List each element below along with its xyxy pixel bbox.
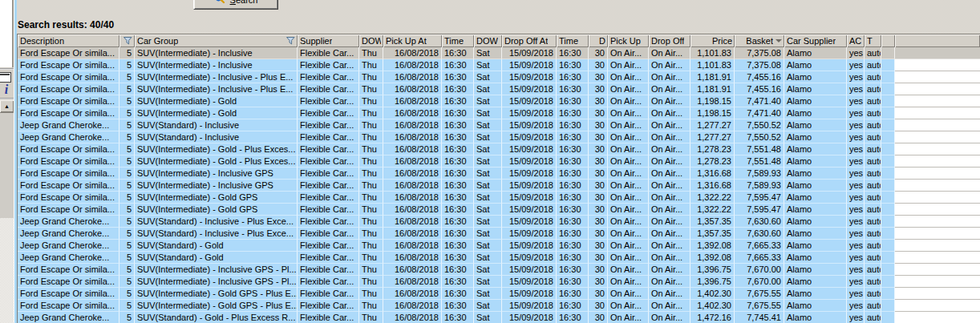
- col-header-dow_dropoff[interactable]: DOW: [474, 34, 502, 47]
- table-row[interactable]: Jeep Grand Cheroke...5SUV(Standard) - Go…: [18, 252, 980, 264]
- cell-t: auto: [865, 131, 881, 143]
- table-row[interactable]: Ford Escape Or simila...5SUV(Intermediat…: [18, 83, 980, 95]
- cell-car_supplier: Alamo: [784, 131, 847, 143]
- cell-dow_pickup: Thu: [359, 119, 383, 131]
- table-row[interactable]: Jeep Grand Cheroke...5SUV(Standard) - Go…: [18, 312, 980, 323]
- table-row[interactable]: Ford Escape Or simila...5SUV(Intermediat…: [18, 192, 980, 204]
- table-row[interactable]: Ford Escape Or simila...5SUV(Intermediat…: [18, 155, 980, 168]
- cell-dow_dropoff: Sat: [474, 71, 502, 83]
- col-header-dow_pickup[interactable]: DOW: [359, 34, 383, 47]
- cell-drop_off: On Air...: [649, 264, 690, 276]
- table-row[interactable]: Jeep Grand Cheroke...5SUV(Standard) - In…: [18, 131, 980, 143]
- cell-s: 5: [119, 216, 135, 228]
- filter-icon[interactable]: [285, 37, 295, 45]
- cell-car_group: SUV(Intermediate) - Inclusive GPS: [135, 168, 298, 180]
- cell-ac: yes: [847, 119, 865, 131]
- cell-car_group: SUV(Standard) - Gold: [135, 240, 298, 252]
- cell-blank: [881, 192, 895, 204]
- cell-drop_off_at: 15/09/2018: [502, 228, 557, 240]
- search-button[interactable]: Search: [193, 0, 278, 10]
- col-header-basket[interactable]: Basket: [735, 34, 784, 47]
- cell-s: 5: [119, 252, 135, 264]
- col-header-price[interactable]: Price: [690, 34, 735, 47]
- col-header-pick_up[interactable]: Pick Up: [608, 34, 649, 47]
- cell-supplier: Flexible Car...: [298, 107, 359, 119]
- cell-d: 30: [589, 119, 608, 131]
- cell-car_group: SUV(Intermediate) - Inclusive: [135, 47, 298, 59]
- cell-pick_up: On Air...: [608, 47, 649, 59]
- row-filler: [895, 47, 980, 59]
- cell-time_pickup: 16:30: [442, 204, 474, 216]
- table-row[interactable]: Ford Escape Or simila...5SUV(Intermediat…: [18, 288, 980, 300]
- cell-time_dropoff: 16:30: [557, 59, 589, 71]
- cell-car_group: SUV(Intermediate) - Inclusive - Plus E..…: [135, 83, 298, 95]
- cell-t: auto: [865, 119, 881, 131]
- cell-t: auto: [865, 252, 881, 264]
- cell-blank: [881, 228, 895, 240]
- cell-time_pickup: 16:30: [442, 180, 474, 192]
- results-count-label: Search results: 40/40: [18, 19, 114, 30]
- col-header-time_dropoff[interactable]: Time: [557, 34, 589, 47]
- table-row[interactable]: Ford Escape Or simila...5SUV(Intermediat…: [18, 107, 980, 119]
- col-header-supplier[interactable]: Supplier: [298, 34, 359, 47]
- cell-dow_pickup: Thu: [359, 204, 383, 216]
- col-header-label: DOW: [476, 36, 498, 46]
- cell-description: Ford Escape Or simila...: [18, 47, 119, 59]
- table-row[interactable]: Jeep Grand Cheroke...5SUV(Standard) - Go…: [18, 240, 980, 252]
- col-header-s[interactable]: S: [119, 34, 135, 47]
- cell-blank: [881, 276, 895, 288]
- cell-time_dropoff: 16:30: [557, 168, 589, 180]
- cell-price: 1,101.83: [690, 59, 735, 71]
- cell-blank: [881, 71, 895, 83]
- table-row[interactable]: Ford Escape Or simila...5SUV(Intermediat…: [18, 47, 980, 59]
- table-row[interactable]: Ford Escape Or simila...5SUV(Intermediat…: [18, 264, 980, 276]
- col-header-drop_off_at[interactable]: Drop Off At: [502, 34, 557, 47]
- table-row[interactable]: Jeep Grand Cheroke...5SUV(Standard) - In…: [18, 216, 980, 228]
- cell-drop_off: On Air...: [649, 228, 690, 240]
- cell-price: 1,278.23: [690, 143, 735, 155]
- col-header-d[interactable]: D: [589, 34, 608, 47]
- scrollbar-track[interactable]: [0, 112, 14, 219]
- cell-blank: [881, 47, 895, 59]
- cell-pick_up_at: 16/08/2018: [383, 71, 442, 83]
- cell-pick_up_at: 16/08/2018: [383, 276, 442, 288]
- table-row[interactable]: Ford Escape Or simila...5SUV(Intermediat…: [18, 95, 980, 107]
- col-header-pick_up_at[interactable]: Pick Up At: [383, 34, 442, 47]
- scroll-up-button[interactable]: ▲: [0, 100, 14, 112]
- cell-pick_up: On Air...: [608, 119, 649, 131]
- cell-d: 30: [589, 71, 608, 83]
- table-row[interactable]: Ford Escape Or simila...5SUV(Intermediat…: [18, 276, 980, 288]
- table-row[interactable]: Ford Escape Or simila...5SUV(Intermediat…: [18, 59, 980, 71]
- cell-basket: 7,630.60: [735, 216, 784, 228]
- col-header-car_group[interactable]: Car Group: [135, 34, 298, 47]
- table-row[interactable]: Ford Escape Or simila...5SUV(Intermediat…: [18, 204, 980, 216]
- col-header-description[interactable]: Description: [18, 34, 119, 47]
- table-row[interactable]: Jeep Grand Cheroke...5SUV(Standard) - In…: [18, 228, 980, 240]
- table-row[interactable]: Ford Escape Or simila...5SUV(Intermediat…: [18, 180, 980, 192]
- table-row[interactable]: Ford Escape Or simila...5SUV(Intermediat…: [18, 168, 980, 180]
- cell-d: 30: [589, 83, 608, 95]
- header-filler: [895, 34, 980, 47]
- panel-divider: [0, 98, 14, 99]
- results-pane: Search Search results: 40/40 Description…: [17, 0, 980, 323]
- cell-pick_up_at: 16/08/2018: [383, 131, 442, 143]
- cell-pick_up_at: 16/08/2018: [383, 312, 442, 323]
- col-header-ac[interactable]: AC: [847, 34, 865, 47]
- table-row[interactable]: Ford Escape Or simila...5SUV(Intermediat…: [18, 300, 980, 312]
- cell-d: 30: [589, 95, 608, 107]
- filter-icon[interactable]: [122, 37, 132, 45]
- cell-supplier: Flexible Car...: [298, 228, 359, 240]
- cell-dow_dropoff: Sat: [474, 95, 502, 107]
- cell-drop_off_at: 15/09/2018: [502, 192, 557, 204]
- cell-pick_up: On Air...: [608, 168, 649, 180]
- col-header-drop_off[interactable]: Drop Off: [649, 34, 690, 47]
- col-header-car_supplier[interactable]: Car Supplier: [784, 34, 847, 47]
- col-header-t[interactable]: T: [865, 34, 881, 47]
- cell-time_pickup: 16:30: [442, 216, 474, 228]
- table-row[interactable]: Ford Escape Or simila...5SUV(Intermediat…: [18, 143, 980, 155]
- table-row[interactable]: Ford Escape Or simila...5SUV(Intermediat…: [18, 71, 980, 83]
- col-header-blank[interactable]: [881, 34, 895, 47]
- cell-pick_up: On Air...: [608, 192, 649, 204]
- col-header-time_pickup[interactable]: Time: [442, 34, 474, 47]
- table-row[interactable]: Jeep Grand Cheroke...5SUV(Standard) - In…: [18, 119, 980, 131]
